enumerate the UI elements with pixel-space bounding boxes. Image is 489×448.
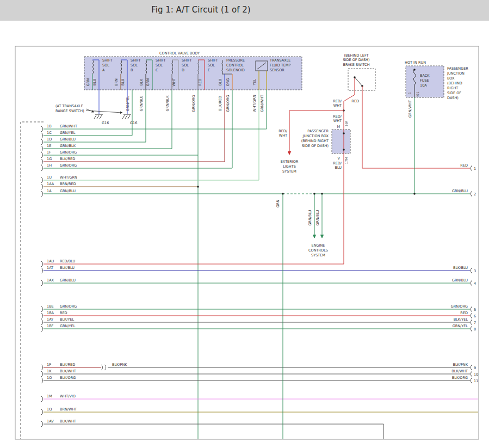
connector-id: 1 <box>407 92 411 94</box>
svg-text:1AU: 1AU <box>47 259 54 263</box>
svg-text:RED: RED <box>60 311 67 315</box>
lead-label: GRN <box>146 78 150 87</box>
svg-text:RED/BLU: RED/BLU <box>60 259 76 263</box>
drop-label: WHT/GRN <box>252 95 257 112</box>
sol-e-label: E <box>208 68 210 72</box>
connector-id: I01 <box>416 91 419 97</box>
pjb-label: PASSENGER <box>447 66 468 71</box>
svg-text:RED: RED <box>460 163 468 168</box>
wire-label: GRN <box>276 200 280 208</box>
connector-id: 16F <box>344 120 348 127</box>
svg-text:8: 8 <box>474 327 476 332</box>
wire-label: BLU <box>335 165 342 170</box>
sol-d-label: D <box>182 68 184 72</box>
svg-text:5: 5 <box>474 308 476 312</box>
exterior-lights-label: EXTERIOR <box>281 159 299 164</box>
wiring-diagram-page: Fig 1: A/T Circuit (1 of 2) CONTROL VALV… <box>0 0 489 448</box>
fuse-label: BACK <box>420 73 430 78</box>
svg-text:BLK/WHT: BLK/WHT <box>451 369 468 373</box>
svg-text:1B: 1B <box>47 124 52 128</box>
pin-letter: M <box>337 125 340 129</box>
pin-letter: V <box>338 156 341 161</box>
pjb-label: SIDE OF DASH) <box>302 144 329 148</box>
lead-label: BLU <box>121 79 125 86</box>
svg-text:4: 4 <box>474 281 476 286</box>
control-valve-body: CONTROL VALVE BODY SHIFT SOL A SHIFT SOL… <box>84 51 302 90</box>
svg-text:GRN/ORG: GRN/ORG <box>60 150 77 155</box>
svg-text:1U: 1U <box>47 175 52 180</box>
lead-label: BLU <box>92 79 97 86</box>
pjb-label: RIGHT <box>447 86 458 90</box>
exterior-lights-label: LIGHTS <box>283 164 296 169</box>
pjb-label: JUNCTION <box>447 71 465 76</box>
lead-label: BLK <box>139 78 144 85</box>
svg-text:BLK/PNK: BLK/PNK <box>453 363 468 367</box>
lead-label: RED <box>198 78 202 86</box>
drop-label: GRN/BLK <box>165 95 170 112</box>
wire-label: WHT <box>333 119 342 123</box>
svg-text:7: 7 <box>474 321 476 325</box>
svg-text:1G: 1G <box>47 157 52 161</box>
temp-label: SENSOR <box>270 68 284 72</box>
lead-label: BLU <box>218 79 222 86</box>
svg-text:1F: 1F <box>47 150 51 155</box>
svg-text:1BA: 1BA <box>47 311 54 315</box>
svg-text:GRN/ORG: GRN/ORG <box>60 163 77 168</box>
drop-label: GRN/BLU <box>139 95 144 111</box>
ground-label: G16 <box>130 121 137 125</box>
pjb-label: (BEHIND <box>447 81 462 85</box>
sol-a-label: A <box>102 68 105 72</box>
exterior-lights-label: SYSTEM <box>282 169 296 174</box>
fuse-label: 10A <box>420 83 427 88</box>
wire-label: RED/ <box>333 161 342 165</box>
wire-label: GRN/WHT <box>408 100 412 118</box>
drop-label: GRN/ORG <box>191 95 196 112</box>
fuse-label: FUSE <box>420 78 429 83</box>
lead-label: YEL <box>252 79 257 86</box>
hot-in-run-label: HOT IN RUN <box>405 60 426 65</box>
svg-text:GRN/BLU: GRN/BLU <box>60 278 76 283</box>
svg-text:RED: RED <box>460 311 468 315</box>
mid-junction-box-rect <box>332 130 350 154</box>
pjb-label: JUNCTION BOX <box>302 134 329 138</box>
pcs-label: SOLENOID <box>226 68 245 72</box>
sol-b-label: SHIFT <box>131 58 141 63</box>
svg-text:GRN/BLU: GRN/BLU <box>452 189 468 193</box>
range-switch-note: RANGE SWITCH) <box>55 109 84 113</box>
pjb-label: DASH) <box>447 96 459 100</box>
sol-b-label: SOL <box>131 63 138 67</box>
svg-text:BLK/BLU: BLK/BLU <box>453 266 468 270</box>
temp-label: TRANSAXLE <box>269 58 290 63</box>
sol-c-label: SOL <box>156 63 163 67</box>
wire-label: WHT <box>333 103 342 108</box>
wire-label: RED/ <box>278 129 288 133</box>
svg-text:BLK/YEL: BLK/YEL <box>454 317 468 322</box>
svg-text:GRN/BLU: GRN/BLU <box>60 137 76 142</box>
brake-switch-location: (BEHIND LEFT <box>344 53 368 58</box>
pjb-label: PASSENGER <box>307 129 329 133</box>
svg-text:BLK/RED: BLK/RED <box>60 363 75 367</box>
svg-text:1C: 1C <box>47 131 52 135</box>
lead-label: ORG <box>226 78 230 87</box>
splice-label: BLK/PNK <box>112 363 127 367</box>
svg-text:GRN/YEL: GRN/YEL <box>453 324 468 328</box>
pcs-label: PRESSURE <box>226 58 245 63</box>
svg-text:1P: 1P <box>47 363 51 367</box>
ground-label: G16 <box>102 121 109 125</box>
engine-controls-label: CONTROLS <box>308 248 328 253</box>
drop-label: BLK/RED <box>218 96 222 111</box>
drop-label: GRN/ORG <box>226 95 230 112</box>
svg-text:BLK/BLU: BLK/BLU <box>60 266 75 270</box>
lead-label: GRN <box>86 78 90 87</box>
pjb-label: SIDE OF <box>447 91 461 95</box>
svg-text:GRN/YEL: GRN/YEL <box>60 324 76 328</box>
svg-text:1Q: 1Q <box>47 407 52 412</box>
brake-switch-location: SIDE OF DASH) <box>343 58 369 62</box>
svg-text:GRN/ORG: GRN/ORG <box>451 304 468 309</box>
svg-text:BRN/RED: BRN/RED <box>60 182 76 186</box>
circuit-diagram: CONTROL VALVE BODY SHIFT SOL A SHIFT SOL… <box>0 0 489 448</box>
svg-text:BLK/WHT: BLK/WHT <box>60 419 76 424</box>
svg-text:BLK/RED: BLK/RED <box>60 157 75 161</box>
wire-label: GRN/BLU <box>315 210 320 225</box>
svg-text:1BE: 1BE <box>47 304 54 309</box>
